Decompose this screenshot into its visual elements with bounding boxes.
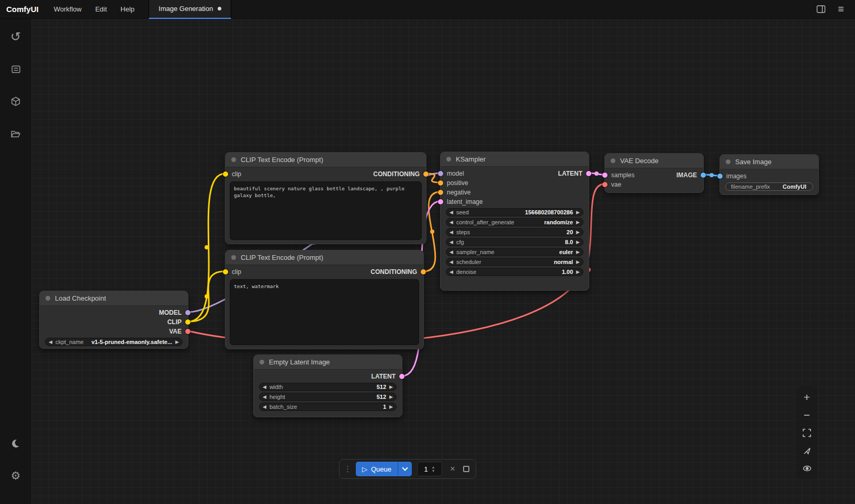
arrow-right-icon[interactable] [389,395,393,399]
arrow-left-icon[interactable] [449,260,453,265]
prompt-textarea[interactable]: beautiful scenery nature glass bottle la… [230,181,422,240]
node-title-bar[interactable]: CLIP Text Encode (Prompt) [226,153,426,167]
input-port-negative[interactable] [438,190,443,195]
arrow-left-icon[interactable] [263,385,266,390]
arrow-right-icon[interactable] [389,405,393,409]
output-port-conditioning[interactable] [423,171,429,177]
batch-count-input[interactable] [420,465,432,473]
node-title-bar[interactable]: KSampler [441,152,589,167]
settings-icon[interactable] [4,464,27,487]
arrow-right-icon[interactable] [175,340,179,345]
widget-ckpt-name[interactable]: ckpt_name v1-5-pruned-emaonly.safete... [45,338,183,346]
output-port-latent[interactable] [586,171,591,176]
output-port-latent[interactable] [399,374,404,379]
arrow-right-icon[interactable] [576,260,580,265]
arrow-left-icon[interactable] [449,250,453,255]
output-port-image[interactable] [701,173,706,178]
collapse-toggle-icon[interactable] [231,255,236,260]
stop-icon[interactable] [463,466,469,472]
menu-icon[interactable] [833,2,849,17]
collapse-toggle-icon[interactable] [726,159,730,164]
arrow-left-icon[interactable] [263,395,266,399]
input-port-clip[interactable] [223,171,228,177]
node-vae-decode[interactable]: VAE Decode samples IMAGE vae [604,153,704,193]
drag-handle-icon[interactable] [344,464,351,474]
input-port-samples[interactable] [602,173,608,178]
input-port-clip[interactable] [223,269,228,274]
arrow-right-icon[interactable] [576,220,580,225]
panel-toggle-icon[interactable] [813,2,829,17]
node-clip-text-encode-negative[interactable]: CLIP Text Encode (Prompt) clip CONDITION… [225,250,424,349]
collapse-toggle-icon[interactable] [260,360,264,364]
arrow-right-icon[interactable] [576,250,580,255]
widget-scheduler[interactable]: scheduler normal [446,258,583,266]
arrow-right-icon[interactable] [576,270,580,274]
node-title-bar[interactable]: Load Checkpoint [40,291,188,306]
widget-control-after-generate[interactable]: control_after_generate randomize [446,218,583,226]
node-title-bar[interactable]: Empty Latent Image [254,355,402,370]
node-title-bar[interactable]: Save Image [720,155,818,169]
collapse-toggle-icon[interactable] [446,157,451,162]
widget-sampler-name[interactable]: sampler_name euler [446,248,583,256]
arrow-left-icon[interactable] [263,405,266,409]
input-port-vae[interactable] [602,182,608,187]
node-library-icon[interactable] [4,90,27,113]
output-port-model[interactable] [185,310,190,315]
node-save-image[interactable]: Save Image images filename_prefix ComfyU… [719,154,819,195]
theme-toggle-icon[interactable] [4,432,27,455]
node-title-bar[interactable]: CLIP Text Encode (Prompt) [226,250,423,265]
widget-cfg[interactable]: cfg 8.0 [446,238,583,246]
clear-queue-icon[interactable] [447,464,458,474]
toggle-visibility-icon[interactable] [798,460,816,477]
arrow-left-icon[interactable] [449,210,453,215]
widget-steps[interactable]: steps 20 [446,228,583,236]
menu-edit[interactable]: Edit [88,0,114,19]
input-port-latent-image[interactable] [438,199,443,204]
output-port-vae[interactable] [185,329,190,334]
node-clip-text-encode-positive[interactable]: CLIP Text Encode (Prompt) clip CONDITION… [225,152,426,244]
arrow-left-icon[interactable] [449,240,453,245]
batch-count-stepper[interactable] [417,462,442,476]
arrow-right-icon[interactable] [389,385,393,390]
arrow-left-icon[interactable] [449,270,453,274]
input-port-model[interactable] [438,171,443,176]
output-port-clip[interactable] [185,319,190,325]
fit-view-icon[interactable] [798,424,816,442]
arrow-left-icon[interactable] [449,230,453,235]
widget-width[interactable]: width 512 [259,383,397,391]
widget-denoise[interactable]: denoise 1.00 [446,268,583,276]
input-port-positive[interactable] [438,180,443,186]
prompt-textarea[interactable]: text, watermark [230,279,419,345]
tab-image-generation[interactable]: Image Generation [149,0,231,19]
arrow-right-icon[interactable] [576,230,580,235]
arrow-right-icon[interactable] [576,240,580,245]
widget-batch-size[interactable]: batch_size 1 [259,403,397,411]
history-icon[interactable] [4,25,27,48]
arrow-right-icon[interactable] [576,210,580,215]
arrow-left-icon[interactable] [49,340,52,345]
zoom-in-icon[interactable] [798,388,816,406]
decrement-icon[interactable] [432,469,434,473]
menu-help[interactable]: Help [114,0,141,19]
node-ksampler[interactable]: KSampler model LATENT positive negative … [440,152,589,291]
queue-icon[interactable] [4,58,27,81]
collapse-toggle-icon[interactable] [231,157,236,162]
widget-filename-prefix[interactable]: filename_prefix ComfyUI [725,182,813,191]
arrow-left-icon[interactable] [449,220,453,225]
select-mode-icon[interactable] [798,442,816,460]
collapse-toggle-icon[interactable] [46,296,50,301]
menu-workflow[interactable]: Workflow [47,0,88,19]
widget-height[interactable]: height 512 [259,393,397,401]
node-title-bar[interactable]: VAE Decode [605,154,703,168]
node-load-checkpoint[interactable]: Load Checkpoint MODEL CLIP VAE ckpt_name… [39,291,188,349]
node-empty-latent-image[interactable]: Empty Latent Image LATENT width 512 heig… [253,354,402,417]
widget-seed[interactable]: seed 156680208700286 [446,208,583,216]
workflows-icon[interactable] [4,122,27,145]
graph-canvas[interactable]: Load Checkpoint MODEL CLIP VAE ckpt_name… [31,19,855,504]
queue-button[interactable]: Queue [356,462,412,476]
zoom-out-icon[interactable] [798,406,816,424]
input-port-images[interactable] [717,174,723,179]
collapse-toggle-icon[interactable] [611,158,615,163]
output-port-conditioning[interactable] [421,269,426,274]
queue-options-button[interactable] [398,462,412,476]
